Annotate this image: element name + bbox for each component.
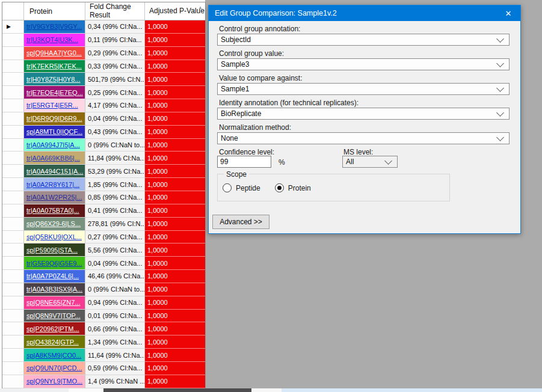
scope-radio-option[interactable]: Peptide xyxy=(223,183,260,192)
protein-link[interactable]: tr|H0Y8Z5|H0Y8... xyxy=(26,76,80,83)
adjusted-pvalue-cell[interactable]: 1,0000 xyxy=(145,283,205,296)
fold-change-cell[interactable]: 11,84 (99% CI:Na... xyxy=(85,152,145,165)
row-selector-cell[interactable] xyxy=(2,204,24,218)
row-selector-cell[interactable] xyxy=(2,349,24,362)
fold-change-column-header[interactable]: Fold Change Result xyxy=(85,2,145,20)
dialog-titlebar[interactable]: Edit Group Comparison: Sample1v.2 ✕ xyxy=(209,5,520,21)
row-selector-cell[interactable] xyxy=(2,99,24,112)
adjusted-pvalue-cell[interactable]: 1,0000 xyxy=(145,349,205,362)
adjusted-pvalue-cell[interactable]: 1,0000 xyxy=(145,362,205,375)
protein-cell[interactable]: sp|A8MTL0|IQCF... xyxy=(24,126,85,139)
advanced-button[interactable]: Advanced >> xyxy=(212,215,269,229)
field-dropdown[interactable]: Sample3 xyxy=(217,58,510,70)
adjusted-pvalue-cell[interactable]: 1,0000 xyxy=(145,73,205,86)
protein-cell[interactable]: sp|Q9NYL9|TMO... xyxy=(24,375,85,388)
protein-cell[interactable]: tr|G5E9Q6|G5E9... xyxy=(24,257,85,270)
adjusted-pvalue-cell[interactable]: 1,0000 xyxy=(145,296,205,310)
row-selector-cell[interactable] xyxy=(2,362,24,375)
field-dropdown[interactable]: BioReplicate xyxy=(217,108,510,120)
row-selector-cell[interactable] xyxy=(2,165,24,178)
scope-radio-option[interactable]: Protein xyxy=(275,183,311,192)
row-selector-cell[interactable] xyxy=(2,296,24,310)
protein-cell[interactable]: tr|E7EQE4|E7EQ... xyxy=(24,86,85,99)
protein-link[interactable]: tr|A0A494C151|A... xyxy=(26,168,83,175)
protein-link[interactable]: tr|A0A669KBB6|... xyxy=(26,155,80,162)
adjusted-pvalue-cell[interactable]: 1,0000 xyxy=(145,86,205,99)
protein-cell[interactable]: tr|A0A994J7I5|A... xyxy=(24,139,85,152)
adjusted-pvalue-cell[interactable]: 1,0000 xyxy=(145,231,205,244)
protein-cell[interactable]: sp|Q8NE65|ZN7... xyxy=(24,296,85,310)
field-dropdown[interactable]: Sample1 xyxy=(217,83,510,95)
adjusted-pvalue-column-header[interactable]: Adjusted P-Value ▲ xyxy=(145,2,205,20)
protein-cell[interactable]: sp|Q8N9V7|TOP... xyxy=(24,310,85,323)
protein-link[interactable]: sp|Q8NE65|ZN7... xyxy=(26,299,80,306)
protein-cell[interactable]: tr|H0Y8Z5|H0Y8... xyxy=(24,73,85,86)
row-selector-cell[interactable] xyxy=(2,322,24,335)
fold-change-cell[interactable]: 0,66 (99% CI:Na... xyxy=(85,322,145,335)
protein-cell[interactable]: tr|K7EKR5|K7EK... xyxy=(24,60,85,73)
fold-change-cell[interactable]: 0 (99% CI:NaN to... xyxy=(85,139,145,152)
protein-cell[interactable]: tr|A0A075B7A0|... xyxy=(24,204,85,218)
row-selector-cell[interactable] xyxy=(2,112,24,126)
row-selector-header[interactable] xyxy=(2,2,24,20)
adjusted-pvalue-cell[interactable]: 1,0000 xyxy=(145,335,205,349)
protein-link[interactable]: sp|Q9HAA7|YG0... xyxy=(26,49,82,57)
fold-change-cell[interactable]: 1,34 (99% CI:Na... xyxy=(85,335,145,349)
row-selector-cell[interactable] xyxy=(2,243,24,257)
adjusted-pvalue-cell[interactable]: 1,0000 xyxy=(145,178,205,191)
fold-change-cell[interactable]: 4,17 (99% CI:Na... xyxy=(85,99,145,112)
fold-change-cell[interactable]: 0,25 (99% CI:Na... xyxy=(85,86,145,99)
fold-change-cell[interactable]: 0,27 (99% CI:Na... xyxy=(85,231,145,244)
protein-cell[interactable]: tr|D6R9Q9|D6R9... xyxy=(24,112,85,126)
fold-change-cell[interactable]: 1,4 (99% CI:NaN ... xyxy=(85,375,145,388)
protein-cell[interactable]: tr|U3KQT4|U3K... xyxy=(24,34,85,47)
protein-cell[interactable]: sp|Q9HAA7|YG0... xyxy=(24,47,85,60)
protein-link[interactable]: tr|A0A2R8Y617|... xyxy=(26,181,79,188)
row-selector-cell[interactable] xyxy=(2,283,24,296)
protein-cell[interactable]: tr|V9GYB3|V9GY... xyxy=(24,20,85,34)
confidence-level-input[interactable] xyxy=(217,156,271,168)
row-selector-cell[interactable] xyxy=(2,126,24,139)
fold-change-cell[interactable]: 0,04 (99% CI:Na... xyxy=(85,257,145,270)
protein-link[interactable]: tr|A0A075B7A0|... xyxy=(26,207,79,214)
fold-change-cell[interactable]: 0 (99% CI:NaN to... xyxy=(85,283,145,296)
protein-cell[interactable]: sp|Q86X29-6|LS... xyxy=(24,218,85,231)
row-selector-cell[interactable] xyxy=(2,191,24,204)
protein-cell[interactable]: tr|A0A669KBB6|... xyxy=(24,152,85,165)
adjusted-pvalue-cell[interactable]: 1,0000 xyxy=(145,126,205,139)
protein-link[interactable]: sp|Q5BKU9|OXL... xyxy=(26,233,82,240)
row-selector-cell[interactable] xyxy=(2,231,24,244)
protein-cell[interactable]: sp|Q9UN70|PCD... xyxy=(24,362,85,375)
protein-cell[interactable]: sp|P59095|STA... xyxy=(24,243,85,257)
adjusted-pvalue-cell[interactable]: 1,0000 xyxy=(145,322,205,335)
adjusted-pvalue-cell[interactable]: 1,0000 xyxy=(145,47,205,60)
protein-link[interactable]: tr|G5E9Q6|G5E9... xyxy=(26,260,82,267)
protein-link[interactable]: sp|Q8N9V7|TOP... xyxy=(26,312,81,319)
adjusted-pvalue-cell[interactable]: 1,0000 xyxy=(145,112,205,126)
adjusted-pvalue-cell[interactable]: 1,0000 xyxy=(145,165,205,178)
fold-change-cell[interactable]: 0,34 (99% CI:Na... xyxy=(85,20,145,34)
protein-link[interactable]: sp|Q86X29-6|LS... xyxy=(26,220,81,227)
protein-link[interactable]: tr|K7EKR5|K7EK... xyxy=(26,63,82,70)
fold-change-cell[interactable]: 501,79 (99% CI:N... xyxy=(85,73,145,86)
protein-link[interactable]: sp|Q9NYL9|TMO... xyxy=(26,378,82,385)
protein-cell[interactable]: sp|P20962|PTM... xyxy=(24,322,85,335)
protein-link[interactable]: tr|A0A1W2PR25|... xyxy=(26,194,82,201)
protein-link[interactable]: sp|P20962|PTM... xyxy=(26,325,79,332)
adjusted-pvalue-cell[interactable]: 1,0000 xyxy=(145,270,205,283)
protein-cell[interactable]: tr|A0A2R8Y617|... xyxy=(24,178,85,191)
row-selector-cell[interactable] xyxy=(2,218,24,231)
protein-link[interactable]: tr|V9GYB3|V9GY... xyxy=(26,23,82,30)
fold-change-cell[interactable]: 278,81 (99% CI:N... xyxy=(85,218,145,231)
protein-link[interactable]: sp|Q9UN70|PCD... xyxy=(26,364,82,372)
protein-link[interactable]: tr|D6R9Q9|D6R9... xyxy=(26,115,82,122)
protein-link[interactable]: tr|E7EQE4|E7EQ... xyxy=(26,89,83,96)
row-selector-cell[interactable] xyxy=(2,335,24,349)
adjusted-pvalue-cell[interactable]: 1,0000 xyxy=(145,20,205,34)
adjusted-pvalue-cell[interactable]: 1,0000 xyxy=(145,34,205,47)
fold-change-cell[interactable]: 0,41 (99% CI:Na... xyxy=(85,204,145,218)
protein-cell[interactable]: tr|A0A1W2PR25|... xyxy=(24,191,85,204)
adjusted-pvalue-cell[interactable]: 1,0000 xyxy=(145,204,205,218)
fold-change-cell[interactable]: 0,43 (99% CI:Na... xyxy=(85,126,145,139)
protein-link[interactable]: sp|A8MTL0|IQCF... xyxy=(26,128,82,135)
